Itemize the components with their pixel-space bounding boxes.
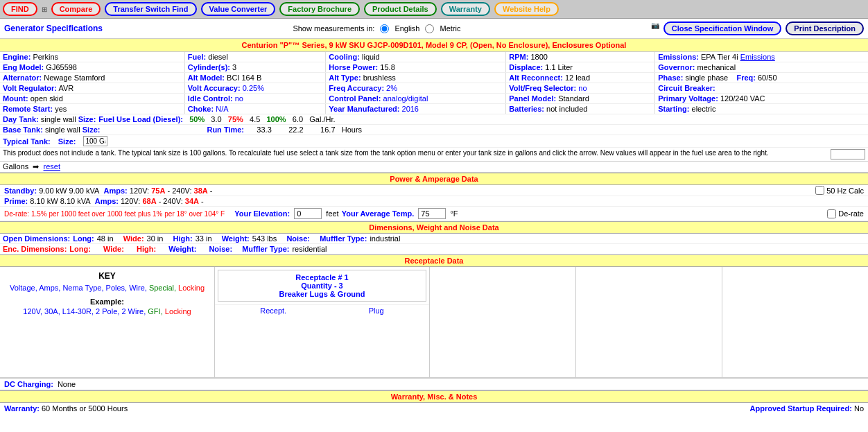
warranty-row: Warranty: 60 Months or 5000 Hours Approv…: [0, 403, 868, 414]
startup-cell: Approved Startup Required: No: [750, 404, 864, 413]
volt-reg-val: AVR: [58, 84, 73, 92]
product-details-button[interactable]: Product Details: [364, 2, 437, 16]
key-title: KEY: [4, 271, 210, 281]
compare-button[interactable]: Compare: [51, 2, 101, 16]
typical-tank-label: Typical Tank:: [3, 137, 51, 146]
reset-link[interactable]: reset: [44, 162, 60, 171]
standby-120v-val: 75A: [151, 187, 165, 195]
measurement-row: Show measurements in: English Metric: [293, 24, 460, 33]
specs-table: Engine: Perkins Fuel: diesel Cooling: li…: [0, 52, 868, 114]
fuel-v100: 6.0: [293, 115, 303, 123]
displace-label: Displace:: [509, 63, 543, 71]
gallons-input[interactable]: [831, 149, 865, 159]
mount-val: open skid: [31, 94, 63, 103]
metric-radio[interactable]: [425, 24, 434, 33]
dc-charging-row: DC Charging: None: [0, 378, 868, 390]
prime-240v-label: 240V:: [163, 197, 182, 205]
factory-brochure-button[interactable]: Factory Brochure: [279, 2, 360, 16]
muffler-label1: Muffler Type:: [320, 234, 367, 243]
emissions-label: Emissions:: [658, 53, 699, 61]
temp-unit: °F: [450, 209, 458, 218]
derate-cb-area: De-rate: [827, 209, 864, 218]
choke-val: N/A: [216, 105, 228, 113]
note-text: This product does not include a tank. Th…: [3, 149, 828, 157]
year-mfg-label: Year Manufactured:: [329, 105, 399, 113]
enc-muffler: residential: [292, 245, 327, 253]
open-wide-label: Wide:: [123, 234, 144, 243]
displace-val: 1.1 Liter: [545, 63, 573, 71]
governor-cell: Governor: mechanical: [655, 62, 868, 73]
spec-header: Generator Specifications Show measuremen…: [0, 19, 868, 38]
find-button[interactable]: FIND: [3, 2, 37, 16]
fuel-v75: 4.5: [250, 115, 260, 123]
standby-kw: 9.00 kW: [39, 187, 67, 195]
receptacle-data-col: Receptacle # 1 Quantity - 3 Breaker Lugs…: [215, 267, 430, 377]
primary-voltage-label: Primary Voltage:: [658, 94, 718, 103]
engine-val: Perkins: [33, 53, 58, 61]
open-high: 33 in: [196, 234, 212, 243]
alt-type-val: brushless: [363, 74, 396, 82]
starting-cell: Starting: electric: [655, 104, 868, 114]
fuel-p50: 50%: [189, 115, 205, 123]
volt-acc-val: 0.25%: [243, 84, 264, 92]
value-converter-button[interactable]: Value Converter: [201, 2, 276, 16]
camera-icon: 📷: [651, 21, 659, 35]
fuel-val: diesel: [208, 53, 228, 61]
emissions-link[interactable]: Emissions: [740, 53, 775, 61]
enc-noise-label: Noise:: [209, 245, 232, 253]
hz50-checkbox[interactable]: [815, 186, 824, 195]
enc-weight-label: Weight:: [168, 245, 196, 253]
transfer-button[interactable]: Transfer Switch Find: [105, 2, 196, 16]
prime-kw: 8.10 kW: [30, 197, 58, 205]
fuel-use-data: Fuel Use Load (Diesel): 50% 3.0 75% 4.5 …: [98, 115, 865, 123]
website-help-button[interactable]: Website Help: [494, 2, 559, 16]
volt-freq-sel-val: no: [578, 84, 587, 92]
open-wide: 30 in: [147, 234, 164, 243]
derate-label: De-rate: 1.5% per 1000 feet over 1000 fe…: [4, 210, 225, 218]
prime-240v-val: 34A: [185, 197, 199, 205]
idle-ctrl-label: Idle Control:: [188, 94, 233, 103]
warranty-label: Warranty:: [4, 404, 40, 413]
phase-cell: Phase: single phase Freq: 60/50: [655, 73, 868, 83]
prime-120v-label: 120V:: [121, 197, 140, 205]
close-spec-button[interactable]: Close Specification Window: [663, 21, 782, 35]
ctrl-panel-label: Control Panel:: [329, 94, 381, 103]
batteries-val: not included: [546, 105, 587, 113]
spec-title: Generator Specifications: [4, 24, 103, 33]
alternator-val: Newage Stamford: [44, 74, 105, 82]
english-label: English: [394, 24, 419, 33]
print-button[interactable]: Print Description: [785, 21, 864, 35]
cylinders-label: Cylinder(s):: [188, 63, 230, 71]
day-tank-label-text: Day Tank:: [3, 115, 39, 123]
recept-col1: Recept.: [260, 306, 286, 315]
typical-tank-row: Typical Tank: Size:: [0, 135, 868, 148]
hz50-label: 50 Hz Calc: [826, 187, 864, 195]
alt-type-label: Alt Type:: [329, 74, 361, 82]
muffler1: industrial: [370, 234, 400, 243]
displace-cell: Displace: 1.1 Liter: [506, 62, 655, 73]
standby-label: Standby:: [4, 187, 37, 195]
warranty-button[interactable]: Warranty: [441, 2, 490, 16]
fuel-v50: 3.0: [211, 115, 221, 123]
temp-input[interactable]: [418, 208, 446, 219]
alt-reconnect-val: 12 lead: [565, 74, 590, 82]
typical-tank-input[interactable]: [83, 136, 107, 146]
english-radio[interactable]: [380, 24, 389, 33]
elevation-input[interactable]: [294, 208, 322, 219]
derate-checkbox[interactable]: [827, 209, 836, 218]
rpm-label: RPM:: [509, 53, 528, 61]
idle-ctrl-val: no: [235, 94, 243, 103]
weight-label: Weight:: [222, 234, 250, 243]
year-mfg-val: 2016: [402, 105, 419, 113]
volt-freq-sel-label: Volt/Freq Selector:: [509, 84, 576, 92]
hz50-area: 50 Hz Calc: [815, 186, 864, 195]
enc-muffler-label: Muffler Type:: [242, 245, 289, 253]
receptacle-section-header: Receptacle Data: [0, 254, 868, 267]
hp-val: 15.8: [380, 63, 394, 71]
alt-model-val: BCI 164 B: [227, 74, 261, 82]
remote-start-cell: Remote Start: yes: [0, 104, 184, 114]
hp-cell: Horse Power: 15.8: [326, 62, 506, 73]
alt-model-label: Alt Model:: [188, 74, 225, 82]
rt2: 22.2: [288, 126, 303, 134]
governor-label: Governor:: [658, 63, 695, 71]
